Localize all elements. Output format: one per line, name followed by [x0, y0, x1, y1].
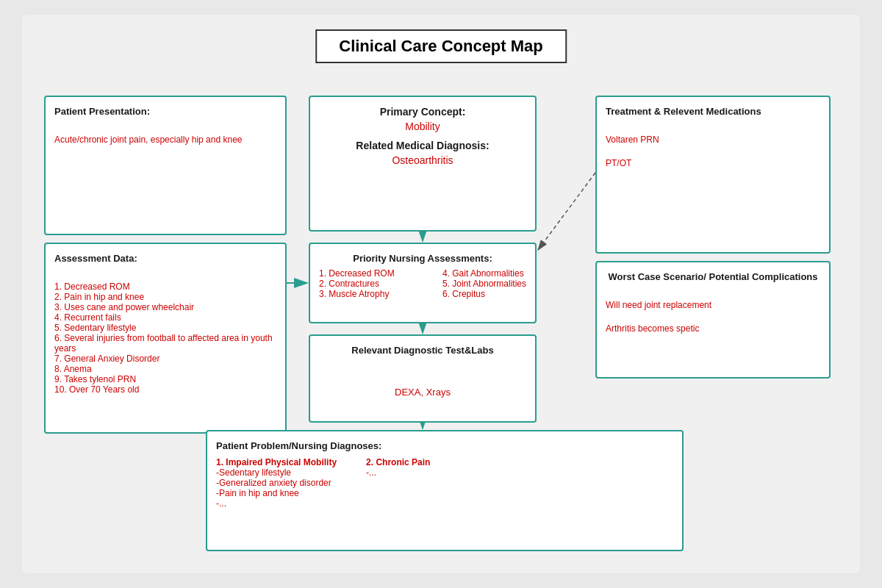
- priority-col2-item1: 4. Gait Abnormalities: [442, 268, 526, 279]
- assessment-item-2: 2. Pain in hip and knee: [54, 292, 276, 302]
- patient-problem-title: Patient Problem/Nursing Diagnoses:: [216, 440, 673, 451]
- priority-col2-item3: 6. Crepitus: [442, 289, 526, 299]
- svg-line-4: [538, 173, 595, 250]
- treatment-title: Treatment & Relevent Medications: [606, 106, 820, 117]
- related-diagnosis-label: Related Medical Diagnosis:: [319, 140, 526, 151]
- assessment-data-box: Assessment Data: 1. Decreased ROM 2. Pai…: [44, 243, 287, 434]
- treatment-item-1: Voltaren PRN: [606, 135, 820, 145]
- diagnostic-content: DEXA, Xrays: [319, 387, 526, 398]
- priority-col1-item2: 2. Contractures: [319, 279, 395, 289]
- problem-col1: 1. Impaired Physical Mobility -Sedentary…: [216, 457, 337, 509]
- diagnostic-box: Relevant Diagnostic Test&Labs DEXA, Xray…: [309, 334, 537, 423]
- priority-col1-item3: 3. Muscle Atrophy: [319, 289, 395, 299]
- assessment-item-5: 5. Sedentary lifestyle: [54, 323, 276, 333]
- related-diagnosis-value: Osteoarthritis: [319, 154, 526, 166]
- problem-col1-item3: -Pain in hip and knee: [216, 488, 337, 498]
- assessment-title: Assessment Data:: [54, 253, 276, 264]
- priority-nursing-box: Priority Nursing Assessments: 1. Decreas…: [309, 243, 537, 323]
- problem-col1-item2: -Generalized anxiety disorder: [216, 478, 337, 488]
- primary-concept-value: Mobility: [319, 121, 526, 132]
- assessment-item-9: 9. Takes tylenol PRN: [54, 374, 276, 384]
- problem-col1-item1: -Sedentary lifestyle: [216, 467, 337, 478]
- assessment-item-10: 10. Over 70 Years old: [54, 384, 276, 395]
- assessment-item-3: 3. Uses cane and power wheelchair: [54, 302, 276, 312]
- priority-col1-item1: 1. Decreased ROM: [319, 268, 395, 279]
- worst-case-box: Worst Case Scenario/ Potential Complicat…: [595, 261, 831, 379]
- assessment-item-7: 7. General Anxiey Disorder: [54, 354, 276, 364]
- patient-problem-box: Patient Problem/Nursing Diagnoses: 1. Im…: [206, 430, 684, 551]
- priority-nursing-title: Priority Nursing Assessments:: [319, 253, 526, 264]
- primary-concept-label: Primary Concept:: [319, 106, 526, 118]
- assessment-item-1: 1. Decreased ROM: [54, 282, 276, 292]
- problem-col2-title: 2. Chronic Pain: [366, 457, 430, 467]
- priority-col2-item2: 5. Joint Abnormalities: [442, 279, 526, 289]
- patient-presentation-box: Patient Presentation: Acute/chronic join…: [44, 96, 287, 235]
- treatment-box: Treatment & Relevent Medications Voltare…: [595, 96, 831, 254]
- main-title: Clinical Care Concept Map: [315, 29, 567, 63]
- assessment-item-6: 6. Several injuries from football to aff…: [54, 333, 276, 354]
- assessment-item-4: 4. Recurrent fails: [54, 312, 276, 323]
- diagnostic-title: Relevant Diagnostic Test&Labs: [319, 345, 526, 356]
- treatment-item-2: PT/OT: [606, 158, 820, 168]
- priority-col2: 4. Gait Abnormalities 5. Joint Abnormali…: [442, 268, 526, 299]
- priority-col1: 1. Decreased ROM 2. Contractures 3. Musc…: [319, 268, 395, 299]
- patient-presentation-title: Patient Presentation:: [54, 106, 276, 117]
- problem-col2-item1: -...: [366, 467, 430, 478]
- problem-col1-item4: -...: [216, 498, 337, 509]
- worst-case-item-2: Arthritis becomes spetic: [606, 323, 820, 334]
- problem-col2: 2. Chronic Pain -...: [366, 457, 430, 509]
- patient-presentation-content: Acute/chronic joint pain, especially hip…: [54, 135, 276, 145]
- problem-col1-title: 1. Impaired Physical Mobility: [216, 457, 337, 467]
- assessment-item-8: 8. Anema: [54, 364, 276, 374]
- primary-concept-box: Primary Concept: Mobility Related Medica…: [309, 96, 537, 232]
- worst-case-title: Worst Case Scenario/ Potential Complicat…: [606, 271, 820, 282]
- worst-case-item-1: Will need joint replacement: [606, 300, 820, 310]
